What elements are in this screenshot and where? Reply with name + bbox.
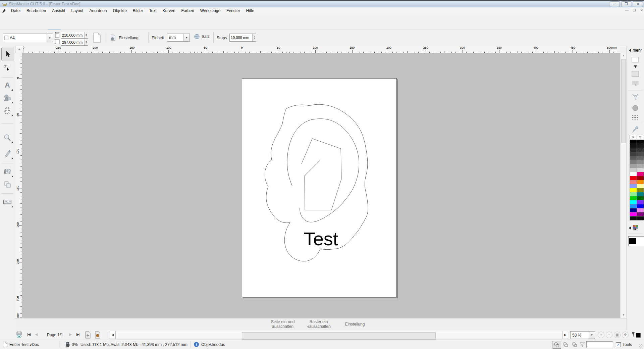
color-swatch[interactable] (637, 212, 644, 216)
color-swatch[interactable] (637, 184, 644, 188)
zoom-fit-page-button[interactable]: ▣ (614, 332, 621, 338)
scroll-down-icon[interactable]: ▼ (621, 312, 627, 318)
zoom-in-button[interactable]: ＋ (598, 332, 604, 338)
print-preview-icon[interactable] (15, 331, 23, 339)
vertical-ruler[interactable]: 050100150200250300mm (15, 53, 22, 318)
color-swatch[interactable] (637, 164, 644, 168)
close-button[interactable]: ✕ (633, 1, 643, 7)
tool-clipart[interactable] (1, 105, 13, 117)
color-swatch[interactable] (637, 172, 644, 176)
menu-anordnen[interactable]: Anordnen (86, 8, 110, 14)
color-swatch[interactable] (637, 196, 644, 200)
page-height-field[interactable]: ▲▼ (61, 39, 88, 46)
inner-contour-path[interactable] (287, 119, 359, 222)
color-swatch[interactable] (630, 152, 637, 156)
resize-grip[interactable] (639, 344, 643, 348)
zoom-out-button[interactable]: − (606, 332, 612, 338)
orientation-page-icon[interactable] (93, 32, 101, 43)
strip-settings-button[interactable]: Einstellung (333, 322, 377, 327)
line-style-button[interactable] (629, 113, 641, 121)
tool-zoom[interactable] (1, 132, 13, 144)
menu-layout[interactable]: Layout (68, 8, 86, 14)
color-swatch[interactable] (637, 156, 644, 160)
vertical-scrollbar[interactable]: ▲ ▼ (620, 53, 626, 318)
color-swatch[interactable] (630, 208, 637, 212)
menu-datei[interactable]: Datei (8, 8, 23, 14)
no-color-swatch[interactable]: ✕ (630, 135, 637, 139)
add-page-icon[interactable] (85, 331, 91, 339)
tools-checkbox[interactable]: ✓ (616, 342, 621, 347)
color-swatch[interactable] (637, 152, 644, 156)
tool-node-edit[interactable] (1, 62, 13, 74)
color-swatch[interactable] (630, 212, 637, 216)
color-swatch[interactable] (637, 160, 644, 164)
hscroll-right-button[interactable]: ▶ (562, 331, 568, 339)
current-color-well[interactable] (628, 236, 644, 246)
color-swatch[interactable] (630, 168, 637, 172)
color-swatch[interactable] (630, 148, 637, 152)
scroll-up-icon[interactable]: ▲ (621, 53, 627, 58)
solid-fill-button[interactable] (629, 103, 641, 113)
polygon-path[interactable] (302, 139, 341, 210)
color-swatch[interactable] (630, 180, 637, 184)
menu-hilfe[interactable]: Hilfe (243, 8, 257, 14)
current-stroke-swatch[interactable] (636, 333, 641, 338)
color-swatch[interactable] (637, 216, 644, 220)
color-swatch[interactable] (637, 192, 644, 196)
unit-dropdown[interactable]: ▼ (183, 34, 190, 41)
color-swatch[interactable] (637, 144, 644, 148)
horizontal-ruler[interactable]: -300-250-200-150-100-5005010015020025030… (23, 46, 620, 53)
color-swatch[interactable] (630, 196, 637, 200)
select-mode-objects-button[interactable] (552, 341, 561, 349)
menu-farben[interactable]: Farben (178, 8, 197, 14)
tool-text[interactable]: A (1, 79, 13, 91)
color-swatch[interactable] (637, 188, 644, 192)
menu-text[interactable]: Text (146, 8, 160, 14)
color-swatch[interactable] (630, 156, 637, 160)
menu-objekte[interactable]: Objekte (110, 8, 130, 14)
horizontal-scroll-track[interactable] (116, 331, 562, 339)
ruler-origin-button[interactable]: ⌖ (15, 46, 23, 53)
menu-bearbeiten[interactable]: Bearbeiten (23, 8, 49, 14)
menu-kurven[interactable]: Kurven (160, 8, 178, 14)
pen-tip-icon[interactable] (631, 332, 635, 338)
hscroll-left-button[interactable]: ◀ (110, 331, 116, 339)
tool-draw[interactable] (1, 148, 13, 160)
tool-measure[interactable]: 12" 13 (1, 196, 13, 208)
tool-select[interactable] (1, 48, 14, 60)
status-text-input[interactable] (587, 343, 613, 347)
more-button[interactable]: mehr (629, 48, 642, 53)
color-swatch[interactable] (637, 200, 644, 204)
color-swatch[interactable] (630, 200, 637, 204)
restore-button[interactable]: ❐ (621, 1, 631, 7)
color-swatch[interactable] (630, 140, 637, 144)
canvas[interactable]: Test (22, 53, 620, 318)
minimize-button[interactable]: — (610, 1, 620, 7)
fill-frame-button[interactable] (629, 55, 641, 65)
color-swatch[interactable] (637, 208, 644, 212)
fill-tool-button[interactable] (629, 93, 641, 102)
zoom-fit-selection-button[interactable]: ✥ (622, 332, 629, 338)
duplicate-page-icon[interactable] (94, 331, 101, 339)
tool-weld[interactable] (1, 179, 13, 191)
color-swatch[interactable] (630, 144, 637, 148)
status-input[interactable] (586, 341, 613, 348)
last-page-button[interactable]: ▶| (76, 332, 80, 337)
color-swatch[interactable] (630, 164, 637, 168)
menu-ansicht[interactable]: Ansicht (49, 8, 68, 14)
color-swatch[interactable] (637, 204, 644, 208)
mdi-close-icon[interactable]: ✕ (639, 8, 644, 13)
color-swatch[interactable] (630, 172, 637, 176)
nudge-spinner[interactable]: ▲▼ (252, 34, 256, 41)
color-swatch[interactable] (637, 176, 644, 180)
color-swatch[interactable] (637, 140, 644, 144)
page-height-input[interactable] (61, 40, 84, 44)
menu-fenster[interactable]: Fenster (223, 8, 243, 14)
color-swatch[interactable] (630, 184, 637, 188)
pattern-pick-button[interactable] (629, 79, 641, 89)
filter-funnel-icon[interactable] (580, 342, 585, 347)
vertical-scroll-thumb[interactable] (621, 59, 626, 143)
select-mode-fill-button[interactable] (561, 341, 570, 348)
set-button[interactable]: Satz (194, 34, 210, 40)
color-swatch[interactable] (630, 160, 637, 164)
